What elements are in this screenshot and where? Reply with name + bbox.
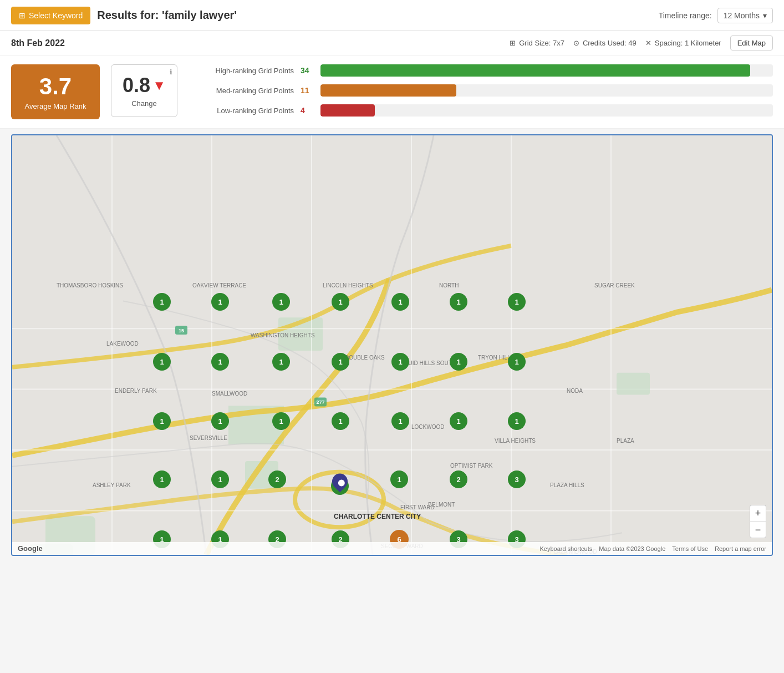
marker-m20[interactable]: 1 [450,412,467,430]
marker-m26[interactable]: 1 [390,470,408,488]
marker-m27[interactable]: 2 [450,470,467,488]
change-number: 0.8 ▼ [123,74,166,97]
high-ranking-bar [320,64,750,77]
marker-m19[interactable]: 1 [391,412,409,430]
high-ranking-track [320,64,773,77]
svg-rect-10 [617,373,650,395]
results-title: Results for: 'family lawyer' [97,9,237,22]
marker-m6[interactable]: 1 [450,293,467,311]
spacing-stat: ✕ Spacing: 1 Kilometer [645,39,721,47]
grid-size-label: Grid Size: 7x7 [519,39,564,47]
marker-m8[interactable]: 1 [153,353,171,371]
low-ranking-row: Low-ranking Grid Points 4 [189,104,773,117]
timeline-value: 12 Months [724,11,760,20]
credits-label: Credits Used: 49 [583,39,637,47]
marker-m7[interactable]: 1 [508,293,526,311]
spacing-icon: ✕ [645,39,651,47]
terms-of-use[interactable]: Terms of Use [672,545,708,552]
edit-map-button[interactable]: Edit Map [730,36,773,50]
map-footer-right: Keyboard shortcuts Map data ©2023 Google… [539,545,766,552]
marker-m1[interactable]: 1 [153,293,171,311]
marker-m28[interactable]: 3 [508,470,526,488]
marker-m11[interactable]: 1 [332,353,349,371]
map-data-label: Map data ©2023 Google [599,545,665,552]
marker-m13[interactable]: 1 [450,353,467,371]
credits-stat: ⊙ Credits Used: 49 [573,39,637,47]
low-ranking-track [320,104,773,117]
change-label: Change [123,99,166,108]
credits-icon: ⊙ [573,39,579,47]
low-ranking-label: Low-ranking Grid Points [189,107,294,115]
marker-m4[interactable]: 1 [332,293,349,311]
grid-icon: ⊞ [19,11,26,20]
change-card: ℹ 0.8 ▼ Change [111,64,177,117]
high-ranking-row: High-ranking Grid Points 34 [189,64,773,77]
header-right: Timeline range: 12 Months ▾ [659,8,773,23]
chevron-down-icon: ▾ [763,11,767,20]
marker-m23[interactable]: 1 [211,470,229,488]
avg-rank-card: 3.7 Average Map Rank [11,64,100,119]
map-background: 15 277 THOMASBORO HOSKINSLAKEWOODOAKVIEW… [12,135,772,555]
select-keyword-button[interactable]: ⊞ Select Keyword [11,7,90,24]
marker-m16[interactable]: 1 [211,412,229,430]
grid-size-stat: ⊞ Grid Size: 7x7 [510,39,564,47]
map-roads-svg: 15 277 [12,135,772,555]
page-header: ⊞ Select Keyword Results for: 'family la… [0,0,784,31]
marker-m12[interactable]: 1 [391,353,409,371]
stats-right: ⊞ Grid Size: 7x7 ⊙ Credits Used: 49 ✕ Sp… [510,36,773,50]
google-logo: Google [18,544,43,553]
date-label: 8th Feb 2022 [11,38,65,48]
marker-m3[interactable]: 1 [272,293,290,311]
timeline-label: Timeline range: [659,11,712,20]
marker-m22[interactable]: 1 [153,470,171,488]
marker-m18[interactable]: 1 [332,412,349,430]
timeline-dropdown[interactable]: 12 Months ▾ [717,8,773,23]
med-ranking-label: Med-ranking Grid Points [189,87,294,95]
marker-m5[interactable]: 1 [391,293,409,311]
med-ranking-count: 11 [301,86,314,95]
marker-m21[interactable]: 1 [508,412,526,430]
high-ranking-count: 34 [301,66,314,75]
map-footer: Google Keyboard shortcuts Map data ©2023… [12,542,772,555]
map-zoom-controls: + − [750,505,766,538]
marker-m15[interactable]: 1 [153,412,171,430]
high-ranking-label: High-ranking Grid Points [189,67,294,75]
med-ranking-track [320,84,773,97]
report-map-error[interactable]: Report a map error [715,545,766,552]
header-left: ⊞ Select Keyword Results for: 'family la… [11,7,237,24]
info-icon[interactable]: ℹ [170,68,172,76]
stats-row: 8th Feb 2022 ⊞ Grid Size: 7x7 ⊙ Credits … [0,31,784,55]
low-ranking-bar [320,104,375,117]
svg-text:15: 15 [179,328,184,333]
avg-rank-number: 3.7 [22,73,89,100]
med-ranking-row: Med-ranking Grid Points 11 [189,84,773,97]
low-ranking-count: 4 [301,106,314,115]
avg-rank-label: Average Map Rank [22,102,89,110]
marker-m17[interactable]: 1 [272,412,290,430]
zoom-out-button[interactable]: − [750,522,766,538]
marker-m10[interactable]: 1 [272,353,290,371]
zoom-in-button[interactable]: + [750,505,766,522]
spacing-label: Spacing: 1 Kilometer [655,39,721,47]
rank-section: 3.7 Average Map Rank ℹ 0.8 ▼ Change High… [0,55,784,129]
change-arrow-down-icon: ▼ [152,78,166,93]
grid-icon: ⊞ [510,39,516,47]
marker-m2[interactable]: 1 [211,293,229,311]
keyboard-shortcuts[interactable]: Keyboard shortcuts [539,545,592,552]
select-keyword-label: Select Keyword [29,11,83,20]
marker-m9[interactable]: 1 [211,353,229,371]
svg-text:277: 277 [316,399,324,405]
bar-charts: High-ranking Grid Points 34 Med-ranking … [189,64,773,117]
marker-m24[interactable]: 2 [268,470,286,488]
med-ranking-bar [320,84,456,97]
marker-m14[interactable]: 1 [508,353,526,371]
map-container[interactable]: 15 277 THOMASBORO HOSKINSLAKEWOODOAKVIEW… [11,134,773,556]
